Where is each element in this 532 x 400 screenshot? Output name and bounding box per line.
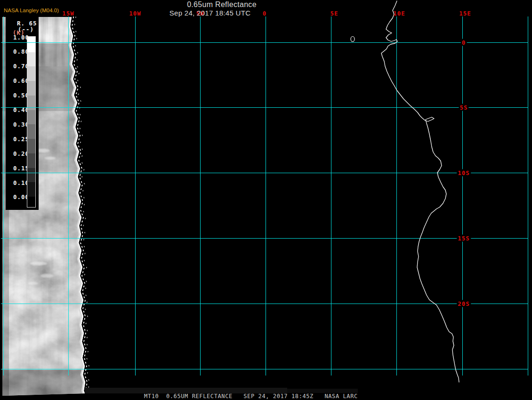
colorbar-subtitle: (--) xyxy=(18,26,34,33)
latitude-label-5S: 5S xyxy=(459,104,468,111)
colorbar-gradient xyxy=(27,36,36,208)
longitude-label-10E: 10E xyxy=(393,10,405,17)
longitude-label-15W: 15W xyxy=(62,10,74,17)
satellite-image-viewer: R. 65 (K) (--) 1.000.800.700.600.500.400… xyxy=(0,0,532,400)
page-title: 0.65um Reflectance xyxy=(187,0,257,9)
latitude-label-0: 0 xyxy=(461,39,467,46)
longitude-label-15E: 15E xyxy=(459,10,471,17)
longitude-label-0: 0 xyxy=(263,10,267,17)
latitude-label-15S: 15S xyxy=(457,235,471,242)
longitude-label-5E: 5E xyxy=(330,10,338,17)
longitude-label-10W: 10W xyxy=(129,10,141,17)
latitude-label-10S: 10S xyxy=(457,169,471,176)
credit-label: NASA Langley (M04.0) xyxy=(4,8,59,13)
reflectance-colorbar: R. 65 (K) (--) 1.000.800.700.600.500.400… xyxy=(6,17,39,210)
page-subtitle: Sep 24, 2017 18:45 UTC xyxy=(169,9,251,17)
latitude-label-20S: 20S xyxy=(457,300,471,307)
footer-caption: MT10 0.65UM REFLECTANCE SEP 24, 2017 18:… xyxy=(144,393,358,400)
satellite-imagery-swath xyxy=(0,0,532,400)
swath-bottom-remnant xyxy=(287,389,358,393)
